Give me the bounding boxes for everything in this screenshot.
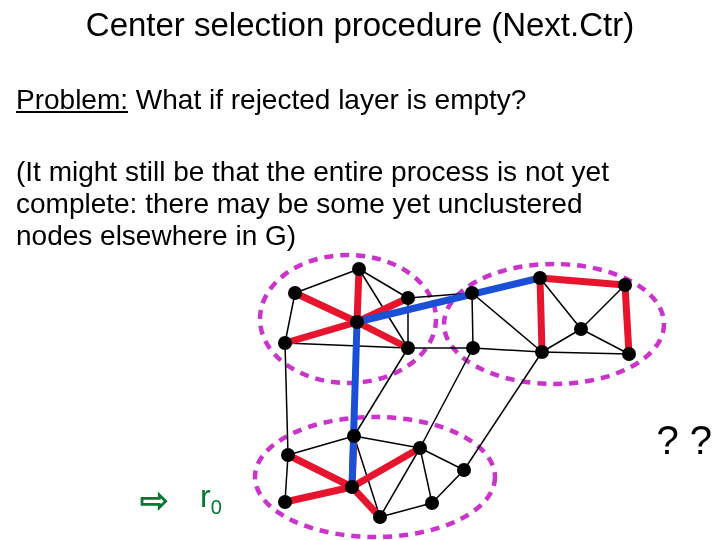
graph-node <box>535 345 549 359</box>
graph-node <box>345 480 359 494</box>
tree-edge <box>352 448 420 487</box>
graph-node <box>350 315 364 329</box>
graph-node <box>278 336 292 350</box>
edge <box>542 352 629 354</box>
edge <box>420 448 464 470</box>
graph-node <box>288 286 302 300</box>
arrow-icon: ⇨ <box>140 480 168 520</box>
graph-node <box>622 347 636 361</box>
graph-node <box>457 463 471 477</box>
graph-node <box>347 429 361 443</box>
tree-edge <box>285 487 352 502</box>
graph-node <box>618 278 632 292</box>
graph-node <box>281 448 295 462</box>
r0-label: r0 <box>200 478 222 519</box>
graph-node <box>574 322 588 336</box>
graph-node <box>465 286 479 300</box>
graph-node <box>352 262 366 276</box>
edge <box>472 293 542 352</box>
graph-diagram <box>0 0 720 540</box>
edge <box>473 348 542 352</box>
tree-edge <box>295 293 357 322</box>
edge <box>285 293 295 343</box>
edge <box>420 448 432 503</box>
edge <box>472 293 473 348</box>
edge <box>354 436 420 448</box>
edge <box>380 503 432 517</box>
graph-node <box>466 341 480 355</box>
tree-edge <box>625 285 629 354</box>
edge <box>581 285 625 329</box>
graph-node <box>401 341 415 355</box>
question-marks: ? ? <box>656 418 712 463</box>
graph-node <box>373 510 387 524</box>
graph-node <box>401 291 415 305</box>
edge <box>420 348 473 448</box>
graph-node <box>533 271 547 285</box>
edge <box>581 329 629 354</box>
tree-edge <box>288 455 352 487</box>
edge <box>540 278 581 329</box>
tree-edge <box>540 278 625 285</box>
edge <box>464 352 542 470</box>
edge <box>295 269 359 293</box>
edge <box>354 348 408 436</box>
graph-node <box>425 496 439 510</box>
edge <box>359 269 408 298</box>
tree-edge <box>357 269 359 322</box>
edge <box>288 436 354 455</box>
graph-node <box>413 441 427 455</box>
tree-edge <box>285 322 357 343</box>
tree-edge <box>540 278 542 352</box>
inter-edge <box>352 322 357 487</box>
graph-node <box>278 495 292 509</box>
edge <box>285 455 288 502</box>
edge <box>285 343 408 348</box>
